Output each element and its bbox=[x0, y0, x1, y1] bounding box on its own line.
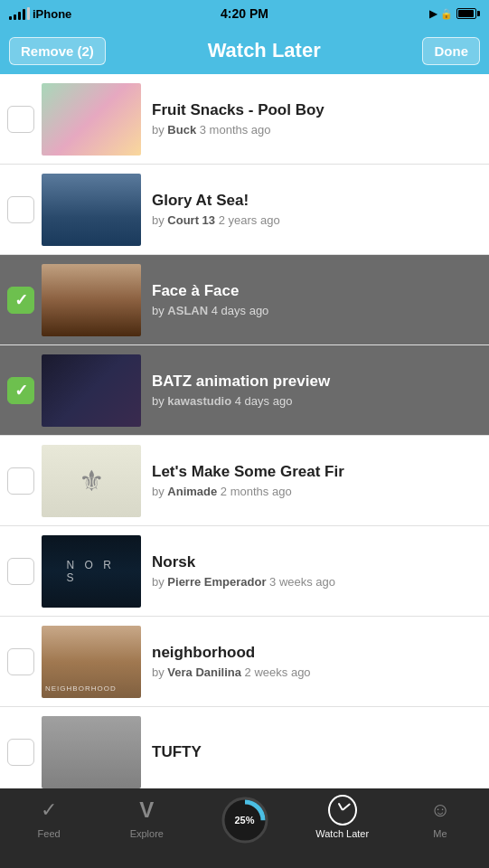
list-item-info: Let's Make Some Great Firby Animade 2 mo… bbox=[152, 463, 478, 498]
lock-icon: 🔒 bbox=[440, 8, 453, 20]
signal-icon bbox=[9, 7, 30, 20]
list-item-checkbox[interactable] bbox=[7, 196, 34, 223]
list-item-info: Fruit Snacks - Pool Boyby Buck 3 months … bbox=[152, 101, 478, 137]
list-item[interactable]: ✓BATZ animation previewby kawastudio 4 d… bbox=[0, 345, 489, 436]
list-item-info: BATZ animation previewby kawastudio 4 da… bbox=[152, 373, 478, 408]
tab-me[interactable]: ☺ Me bbox=[391, 796, 489, 839]
lets-make-icon: ⚜ bbox=[79, 445, 105, 517]
list-item-info: Glory At Sea!by Court 13 2 years ago bbox=[152, 192, 478, 227]
tab-upload[interactable]: 25% bbox=[195, 796, 293, 844]
list-item-thumbnail: N O R S bbox=[42, 535, 141, 608]
tab-bar: ✓ Feed V Explore 25% Watch Later bbox=[0, 788, 489, 868]
page-title: Watch Later bbox=[208, 39, 321, 62]
tab-explore[interactable]: V Explore bbox=[98, 796, 195, 839]
upload-progress: 25% bbox=[221, 796, 269, 844]
list-item[interactable]: N O R SNorskby Pierre Emperador 3 weeks … bbox=[0, 526, 489, 617]
nav-bar: Remove (2) Watch Later Done bbox=[0, 27, 489, 74]
status-time: 4:20 PM bbox=[221, 6, 268, 21]
location-icon: ▶ bbox=[429, 8, 437, 20]
tab-watch-later-label: Watch Later bbox=[315, 828, 369, 839]
tab-feed-label: Feed bbox=[38, 828, 61, 839]
smiley-icon: ☺ bbox=[430, 798, 450, 822]
list-item-thumbnail bbox=[42, 354, 141, 427]
list-item-title: Fruit Snacks - Pool Boy bbox=[152, 101, 478, 119]
list-item-title: Norsk bbox=[152, 553, 478, 571]
tab-feed[interactable]: ✓ Feed bbox=[0, 796, 98, 839]
list-item-info: Face à Faceby ASLAN 4 days ago bbox=[152, 282, 478, 317]
status-bar-right: ▶ 🔒 bbox=[429, 8, 480, 20]
list-item[interactable]: ⚜Let's Make Some Great Firby Animade 2 m… bbox=[0, 436, 489, 526]
list-item-thumbnail bbox=[42, 174, 141, 246]
list-item-subtitle: by Animade 2 months ago bbox=[152, 485, 478, 498]
list-item-subtitle: by Court 13 2 years ago bbox=[152, 213, 478, 227]
status-bar-left: iPhone bbox=[9, 7, 71, 21]
list-item-checkbox[interactable]: ✓ bbox=[7, 377, 34, 404]
list-item-checkbox[interactable]: ✓ bbox=[7, 287, 34, 314]
list-item-checkbox[interactable] bbox=[7, 739, 34, 766]
neighborhood-text-overlay: NEIGHBORHOOD bbox=[45, 684, 117, 693]
list-item[interactable]: TUFTY bbox=[0, 707, 489, 797]
checkmark-icon: ✓ bbox=[14, 292, 28, 308]
check-icon: ✓ bbox=[41, 798, 57, 822]
remove-button[interactable]: Remove (2) bbox=[9, 37, 106, 65]
tab-me-label: Me bbox=[433, 828, 447, 839]
list-item-thumbnail bbox=[42, 264, 141, 336]
list-item[interactable]: Fruit Snacks - Pool Boyby Buck 3 months … bbox=[0, 74, 489, 165]
list-item[interactable]: ✓Face à Faceby ASLAN 4 days ago bbox=[0, 255, 489, 345]
list-item-title: Let's Make Some Great Fir bbox=[152, 463, 478, 481]
list-item-subtitle: by Pierre Emperador 3 weeks ago bbox=[152, 575, 478, 589]
list-item-subtitle: by Buck 3 months ago bbox=[152, 123, 478, 137]
vimeo-v-icon: V bbox=[139, 797, 154, 823]
battery-icon bbox=[456, 8, 480, 19]
list-item-title: BATZ animation preview bbox=[152, 373, 478, 391]
list-item-subtitle: by kawastudio 4 days ago bbox=[152, 394, 478, 408]
tab-watch-later[interactable]: Watch Later bbox=[294, 796, 391, 839]
done-button[interactable]: Done bbox=[422, 37, 480, 65]
list-item-title: TUFTY bbox=[152, 743, 478, 761]
watch-later-list: Fruit Snacks - Pool Boyby Buck 3 months … bbox=[0, 74, 489, 797]
status-bar: iPhone 4:20 PM ▶ 🔒 bbox=[0, 0, 489, 27]
list-item-checkbox[interactable] bbox=[7, 106, 34, 133]
feed-icon: ✓ bbox=[34, 796, 63, 825]
upload-percent-label: 25% bbox=[234, 815, 254, 826]
list-item-thumbnail: NEIGHBORHOOD bbox=[42, 626, 141, 698]
norsk-text-overlay: N O R S bbox=[67, 559, 117, 584]
list-item-checkbox[interactable] bbox=[7, 467, 34, 495]
me-icon: ☺ bbox=[426, 796, 455, 825]
list-item-subtitle: by Vera Danilina 2 weeks ago bbox=[152, 665, 478, 679]
list-item-thumbnail: ⚜ bbox=[42, 445, 141, 517]
carrier-label: iPhone bbox=[33, 7, 71, 21]
list-item-title: neighborhood bbox=[152, 644, 478, 662]
list-item-thumbnail bbox=[42, 716, 141, 788]
clock-icon bbox=[328, 795, 357, 826]
list-item-thumbnail bbox=[42, 83, 141, 156]
list-item-title: Face à Face bbox=[152, 282, 478, 300]
tab-explore-label: Explore bbox=[130, 828, 164, 839]
list-item-info: TUFTY bbox=[152, 743, 478, 761]
list-item-checkbox[interactable] bbox=[7, 558, 34, 585]
list-item[interactable]: NEIGHBORHOODneighborhoodby Vera Danilina… bbox=[0, 617, 489, 707]
checkmark-icon: ✓ bbox=[14, 382, 28, 399]
explore-icon: V bbox=[132, 796, 161, 825]
list-item-subtitle: by ASLAN 4 days ago bbox=[152, 304, 478, 317]
watch-later-icon bbox=[328, 796, 357, 825]
list-item[interactable]: Glory At Sea!by Court 13 2 years ago bbox=[0, 165, 489, 255]
list-item-title: Glory At Sea! bbox=[152, 192, 478, 210]
list-item-info: neighborhoodby Vera Danilina 2 weeks ago bbox=[152, 644, 478, 679]
list-item-checkbox[interactable] bbox=[7, 648, 34, 675]
list-item-info: Norskby Pierre Emperador 3 weeks ago bbox=[152, 553, 478, 589]
